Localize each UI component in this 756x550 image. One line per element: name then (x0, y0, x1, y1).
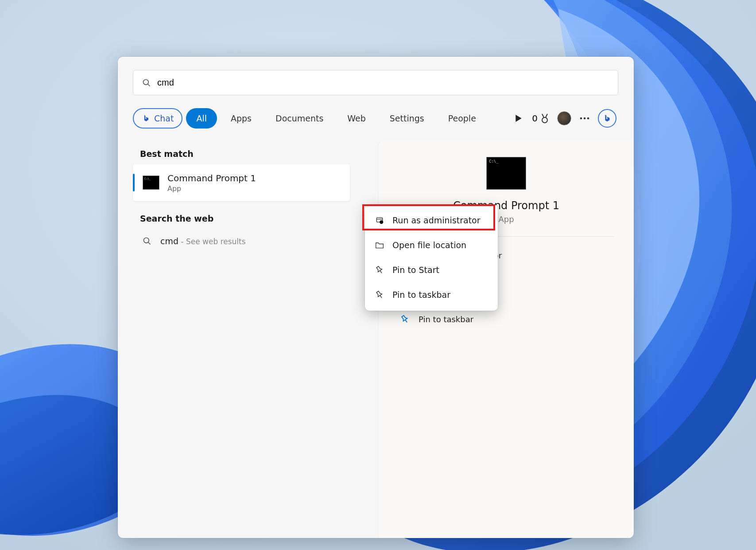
context-menu: Run as administrator Open file location … (365, 204, 498, 311)
filter-label: Apps (231, 113, 252, 123)
svg-line-8 (148, 242, 151, 245)
filter-settings[interactable]: Settings (380, 108, 434, 129)
pin-icon (375, 265, 384, 274)
bing-chat-button[interactable] (598, 109, 616, 128)
results-column: Best match Command Prompt 1 App Search t… (133, 141, 350, 254)
web-search-result[interactable]: cmd - See web results (133, 229, 350, 254)
result-name: Command Prompt 1 (167, 173, 256, 183)
web-term: cmd (160, 236, 178, 246)
action-label: Pin to taskbar (419, 315, 473, 324)
action-pin-taskbar[interactable]: Pin to taskbar (398, 308, 614, 330)
medal-icon (540, 113, 549, 124)
ctx-pin-taskbar[interactable]: Pin to taskbar (365, 282, 498, 307)
rewards-number: 0 (532, 113, 538, 124)
filter-all[interactable]: All (186, 108, 217, 129)
ctx-open-location[interactable]: Open file location (365, 233, 498, 257)
web-suffix: - See web results (178, 237, 246, 246)
section-search-web: Search the web (133, 206, 350, 229)
filter-web[interactable]: Web (337, 108, 376, 129)
svg-line-2 (148, 84, 150, 86)
search-input[interactable] (157, 78, 609, 88)
filter-row: Chat All Apps Documents Web Settings Peo… (133, 108, 618, 129)
filter-label: People (448, 113, 476, 123)
filter-chat[interactable]: Chat (133, 108, 182, 129)
search-icon (142, 78, 151, 87)
search-box[interactable] (133, 70, 618, 95)
filter-label: Web (347, 113, 365, 123)
filter-documents[interactable]: Documents (265, 108, 333, 129)
ctx-label: Pin to Start (392, 265, 439, 275)
svg-point-4 (580, 117, 582, 120)
pin-icon (400, 315, 410, 324)
svg-point-3 (542, 117, 547, 123)
svg-point-7 (144, 238, 149, 243)
filter-label: All (196, 113, 207, 123)
preview-app-kind: App (498, 215, 514, 224)
result-kind: App (167, 184, 256, 193)
bing-icon (142, 113, 151, 123)
filter-people[interactable]: People (438, 108, 486, 129)
ctx-label: Open file location (392, 240, 466, 250)
rewards-count[interactable]: 0 (532, 113, 549, 124)
preview-pane: Command Prompt 1 App Run as administrato… (378, 141, 634, 538)
ctx-label: Run as administrator (392, 215, 481, 225)
svg-point-6 (587, 117, 589, 120)
cmd-icon-large (486, 157, 526, 190)
section-best-match: Best match (133, 141, 350, 164)
pin-icon (375, 290, 384, 299)
search-icon (143, 237, 151, 246)
ctx-run-admin[interactable]: Run as administrator (365, 208, 498, 233)
filter-label: Documents (275, 113, 323, 123)
more-options-icon[interactable] (579, 117, 590, 120)
best-match-result[interactable]: Command Prompt 1 App (133, 164, 350, 201)
svg-point-12 (380, 220, 383, 224)
scroll-filters-icon[interactable] (513, 115, 524, 122)
windows-search-panel: Chat All Apps Documents Web Settings Peo… (118, 57, 634, 538)
ctx-label: Pin to taskbar (392, 290, 450, 300)
filter-label: Chat (154, 113, 174, 123)
svg-point-5 (584, 117, 586, 120)
ctx-pin-start[interactable]: Pin to Start (365, 257, 498, 282)
shield-admin-icon (375, 216, 384, 225)
user-avatar[interactable] (557, 111, 571, 125)
svg-point-1 (143, 79, 149, 85)
filter-label: Settings (390, 113, 424, 123)
folder-icon (375, 241, 384, 249)
cmd-icon (143, 176, 159, 190)
filter-apps[interactable]: Apps (221, 108, 262, 129)
